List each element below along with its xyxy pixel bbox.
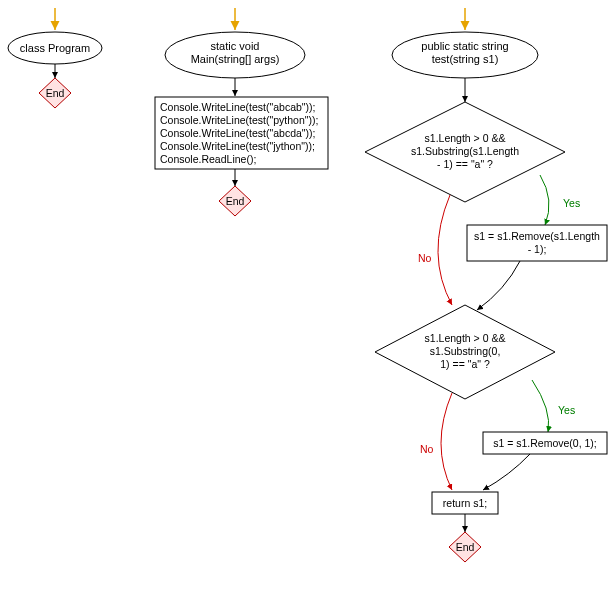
d2-l3: 1) == "a" ? — [440, 358, 490, 370]
label-main-1: static void — [211, 40, 260, 52]
end-node-1: End — [39, 78, 71, 108]
end-node-3: End — [449, 532, 481, 562]
label-class-program: class Program — [20, 42, 90, 54]
end-label-3: End — [456, 541, 475, 553]
label-test-1: public static string — [421, 40, 508, 52]
d1-yes-label: Yes — [563, 197, 580, 209]
label-test-2: test(string s1) — [432, 53, 499, 65]
edge-d2-no — [441, 393, 452, 490]
edge-p2-merge — [483, 454, 530, 490]
end-node-2: End — [219, 186, 251, 216]
main-line4: Console.WriteLine(test("jython")); — [160, 140, 315, 152]
p1-l1: s1 = s1.Remove(s1.Length — [474, 230, 600, 242]
label-main-2: Main(string[] args) — [191, 53, 280, 65]
d1-l2: s1.Substring(s1.Length — [411, 145, 519, 157]
d2-l2: s1.Substring(0, — [430, 345, 501, 357]
d2-no-label: No — [420, 443, 434, 455]
edge-d1-yes — [540, 175, 549, 225]
edge-p1-merge — [477, 261, 520, 310]
flowchart-diagram: class Program End static void Main(strin… — [0, 0, 613, 609]
edge-d2-yes — [532, 380, 549, 432]
main-line1: Console.WriteLine(test("abcab")); — [160, 101, 316, 113]
end-label-1: End — [46, 87, 65, 99]
edge-d1-no — [438, 195, 452, 305]
d2-yes-label: Yes — [558, 404, 575, 416]
main-line5: Console.ReadLine(); — [160, 153, 256, 165]
d1-l1: s1.Length > 0 && — [425, 132, 506, 144]
return-label: return s1; — [443, 497, 487, 509]
end-label-2: End — [226, 195, 245, 207]
main-line2: Console.WriteLine(test("python")); — [160, 114, 318, 126]
p1-l2: - 1); — [528, 243, 547, 255]
d1-no-label: No — [418, 252, 432, 264]
d1-l3: - 1) == "a" ? — [437, 158, 493, 170]
main-line3: Console.WriteLine(test("abcda")); — [160, 127, 316, 139]
d2-l1: s1.Length > 0 && — [425, 332, 506, 344]
p2-l1: s1 = s1.Remove(0, 1); — [493, 437, 597, 449]
